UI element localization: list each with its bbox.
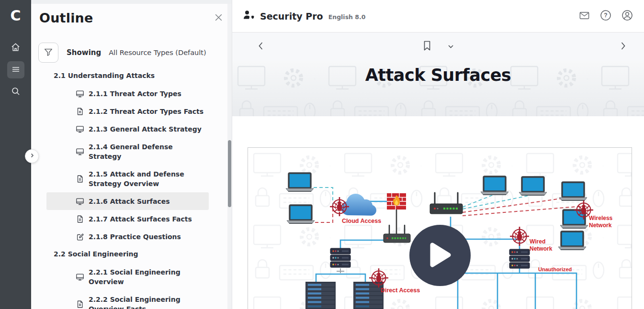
help-button[interactable]: ? (599, 10, 612, 22)
laptop-shape (481, 177, 508, 195)
video-lesson-icon (76, 147, 84, 156)
unauthorized-server-shape (509, 249, 530, 268)
course-person-shield-icon (243, 10, 255, 23)
outline-item[interactable]: 2.2.2 Social Engineering Overview Facts (46, 290, 209, 309)
document-icon (76, 175, 84, 183)
outline-item[interactable]: 2.1.1 Threat Actor Types (46, 85, 209, 102)
chevron-right-icon (620, 45, 627, 52)
bookmark-icon (423, 46, 431, 53)
filter-funnel-icon (43, 47, 54, 59)
filter-button[interactable] (38, 43, 58, 63)
lesson-title: Attack Surfaces (232, 66, 644, 85)
scrollbar-thumb[interactable] (228, 140, 231, 207)
practice-questions-icon (76, 232, 84, 241)
video-lesson-icon (76, 197, 84, 206)
outline-panel: Outline Showing All Resource Types (Defa… (31, 0, 232, 309)
play-video-button[interactable] (409, 225, 471, 286)
wireless-network-label: Wireless (589, 215, 613, 221)
outline-section[interactable]: 2.2 Social Engineering (31, 245, 228, 263)
outline-menu-button[interactable] (7, 61, 24, 78)
laptop-shape (558, 232, 586, 250)
wireless-router-shape (430, 193, 463, 214)
home-button[interactable] (7, 39, 24, 56)
video-lesson-icon (76, 125, 84, 133)
lesson-navigation (232, 33, 644, 61)
outline-list: 2.1 Understanding Attacks 2.1.1 Threat A… (31, 67, 228, 309)
outline-item[interactable]: 2.1.4 General Defense Strategy (46, 138, 209, 165)
outline-panel-title: Outline (39, 11, 93, 25)
svg-text:?: ? (604, 12, 607, 19)
document-icon (76, 300, 84, 309)
next-lesson-button[interactable] (617, 38, 630, 55)
outline-section[interactable]: 2.1 Understanding Attacks (31, 67, 228, 85)
app-window: C Outline (0, 0, 644, 309)
account-button[interactable] (621, 10, 633, 22)
account-icon (621, 10, 633, 22)
chevron-right-icon (29, 153, 35, 160)
wired-network-label: Wired (530, 238, 545, 245)
laptop-shape (286, 173, 314, 191)
app-logo[interactable]: C (0, 0, 31, 31)
lesson-content: Cloud Access Direct Access Wired Network… (232, 147, 644, 309)
panel-top-strip (31, 0, 232, 4)
outline-item-current[interactable]: 2.1.6 Attack Surfaces (46, 192, 209, 210)
search-icon (11, 87, 21, 98)
outline-item[interactable]: 2.2.1 Social Engineering Overview (46, 263, 209, 290)
outline-item[interactable]: 2.1.7 Attack Surfaces Facts (46, 210, 209, 228)
main-content: Security Pro English 8.0 ? (232, 0, 644, 309)
outline-item[interactable]: 2.1.3 General Attack Strategy (46, 120, 209, 138)
video-player[interactable]: Cloud Access Direct Access Wired Network… (248, 147, 632, 309)
laptop-shape (519, 177, 547, 195)
chevron-down-icon (448, 43, 454, 50)
threat-bug-icon (510, 227, 529, 246)
course-header: Security Pro English 8.0 ? (232, 0, 644, 33)
video-lesson-icon (76, 273, 84, 281)
outline-item[interactable]: 2.1.8 Practice Questions (46, 228, 209, 245)
messages-button[interactable] (578, 10, 590, 22)
search-button[interactable] (7, 83, 24, 100)
bookmark-button[interactable] (420, 37, 434, 56)
wireless-network-label: Network (589, 222, 612, 229)
video-lesson-icon (76, 89, 84, 98)
server-rack-shape (305, 282, 336, 309)
document-icon (76, 107, 84, 116)
cloud-access-label: Cloud Access (342, 218, 381, 224)
play-icon (428, 241, 452, 270)
menu-icon (11, 65, 21, 76)
resource-filter-value[interactable]: All Resource Types (Default) (109, 49, 206, 56)
laptop-shape (559, 182, 587, 200)
direct-access-label: Direct Access (381, 287, 420, 294)
outline-item[interactable]: 2.1.2 Threat Actor Types Facts (46, 102, 209, 120)
outline-scrollbar[interactable] (227, 4, 232, 309)
unauthorized-label: Unauthorized (538, 266, 572, 272)
firewall-shape (387, 193, 406, 210)
laptop-shape (287, 205, 315, 223)
close-icon (214, 17, 224, 24)
lesson-banner: Attack Surfaces (232, 61, 644, 116)
panel-collapse-toggle[interactable] (25, 149, 39, 163)
home-icon (11, 42, 21, 54)
course-title: Security Pro (260, 11, 323, 22)
bookmark-menu-button[interactable] (445, 40, 457, 53)
document-icon (76, 215, 84, 223)
close-outline-button[interactable] (212, 11, 225, 25)
help-icon: ? (600, 10, 611, 22)
showing-label: Showing (67, 48, 101, 57)
wired-network-label: Network (530, 245, 553, 252)
mail-icon (579, 10, 590, 22)
server-stack-shape (330, 248, 350, 267)
course-language-version: English 8.0 (328, 13, 366, 21)
outline-item[interactable]: 2.1.5 Attack and Defense Strategy Overvi… (46, 165, 209, 192)
